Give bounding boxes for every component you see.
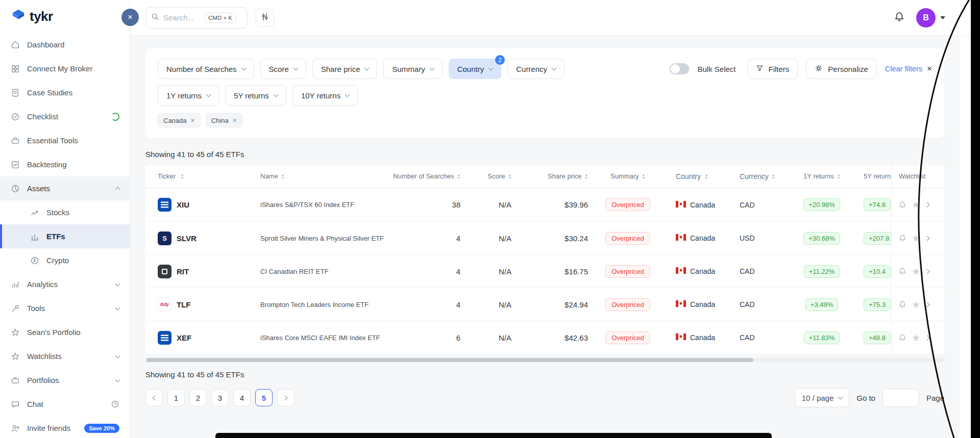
column-header-share-price[interactable]: Share price▲▼: [516, 165, 592, 188]
row-expand-chevron-icon[interactable]: [925, 335, 930, 340]
goto-page-input[interactable]: [883, 389, 919, 407]
sidebar-item-assets[interactable]: Assets: [0, 176, 130, 200]
avatar[interactable]: B: [916, 8, 936, 28]
filter-number-of-searches[interactable]: Number of Searches: [158, 59, 254, 79]
active-filter-tag-china[interactable]: China×: [206, 113, 242, 127]
filter-1y-returns[interactable]: 1Y returns: [158, 85, 219, 106]
row-expand-chevron-icon[interactable]: [925, 302, 930, 307]
sidebar-item-stocks[interactable]: Stocks: [0, 200, 130, 224]
row-expand-chevron-icon[interactable]: [925, 236, 930, 241]
table-row[interactable]: BdyTLF Brompton Tech Leaders Income ETF …: [145, 288, 944, 321]
scrollbar-thumb[interactable]: [146, 358, 753, 362]
column-header-1y-returns[interactable]: 1Y returns▲▼: [786, 165, 857, 188]
alert-bell-icon[interactable]: [898, 201, 906, 209]
bulk-select-label: Bulk Select: [697, 65, 736, 73]
brand-logo[interactable]: tykr: [0, 0, 130, 33]
page-3-button[interactable]: 3: [211, 389, 229, 406]
sidebar-item-dashboard[interactable]: Dashboard: [0, 33, 130, 57]
alert-bell-icon[interactable]: [898, 333, 906, 342]
filters-button[interactable]: Filters: [747, 59, 798, 79]
page-5-button[interactable]: 5: [255, 389, 273, 406]
user-menu[interactable]: B: [916, 8, 945, 28]
watchlist-star-icon[interactable]: ★: [912, 200, 920, 210]
watchlist-star-icon[interactable]: ★: [912, 333, 920, 343]
sidebar-item-portfolios[interactable]: Portfolios: [0, 368, 130, 392]
filter-10y-returns[interactable]: 10Y returns: [292, 85, 358, 106]
sort-icon[interactable]: ▲▼: [181, 173, 184, 179]
column-header-number-of-searches[interactable]: Number of Searches▲▼: [388, 165, 464, 188]
sidebar-item-watchlists[interactable]: Watchlists: [0, 344, 130, 368]
notifications-button[interactable]: [894, 11, 905, 24]
filter-country[interactable]: Country2: [449, 59, 502, 79]
score-value: N/A: [464, 255, 516, 288]
sidebar-item-tools[interactable]: Tools: [0, 296, 130, 320]
1y-return-badge: +11.83%: [804, 331, 840, 344]
active-filter-tag-canada[interactable]: Canada×: [158, 113, 201, 127]
table-row[interactable]: XEF iShares Core MSCI EAFE IMI Index ETF…: [145, 321, 944, 354]
sort-icon[interactable]: ▲▼: [508, 173, 511, 179]
sidebar-item-crypto[interactable]: Crypto: [0, 248, 130, 272]
sort-icon[interactable]: ▲▼: [837, 173, 840, 179]
bulk-select-toggle[interactable]: [670, 63, 689, 74]
sort-icon[interactable]: ▲▼: [281, 173, 284, 179]
sort-icon[interactable]: ▲▼: [457, 173, 460, 179]
filter-summary[interactable]: Summary: [383, 59, 442, 79]
watchlist-star-icon[interactable]: ★: [912, 267, 920, 276]
watchlist-star-icon[interactable]: ★: [912, 234, 920, 243]
horizontal-scrollbar[interactable]: [145, 358, 944, 362]
column-header-country[interactable]: Country▲▼: [664, 165, 727, 188]
page-1-button[interactable]: 1: [167, 389, 185, 406]
filter-5y-returns[interactable]: 5Y returns: [225, 85, 286, 106]
next-page-button[interactable]: [277, 389, 295, 406]
sidebar-item-label: Stocks: [46, 208, 69, 217]
collapse-sidebar-button[interactable]: ×: [121, 9, 139, 26]
sidebar-item-essential-tools[interactable]: Essential Tools: [0, 128, 130, 152]
sidebar-item-analytics[interactable]: Analytics: [0, 272, 130, 296]
page-size-select[interactable]: 10 / page: [795, 388, 850, 407]
table-row[interactable]: SSLVR Sprott Silver Miners & Physical Si…: [145, 221, 944, 254]
sort-icon[interactable]: ▲▼: [705, 173, 708, 179]
filter-label: Currency: [516, 65, 547, 73]
close-icon[interactable]: ×: [233, 116, 237, 124]
column-header-summary[interactable]: Summary▲▼: [592, 165, 664, 188]
search-input[interactable]: [163, 13, 200, 22]
sidebar-item-invite-friends[interactable]: Invite friends Save 20%: [0, 416, 130, 438]
alert-bell-icon[interactable]: [898, 234, 906, 242]
clear-filters-button[interactable]: Clear filters ×: [885, 64, 932, 74]
filter-currency[interactable]: Currency: [507, 59, 565, 79]
sidebar-item-chat[interactable]: Chat: [0, 392, 130, 416]
sidebar-item-seans-portfolio[interactable]: Sean's Portfolio: [0, 320, 130, 344]
filter-share-price[interactable]: Share price: [312, 59, 378, 79]
sidebar-item-case-studies[interactable]: Case Studies: [0, 81, 130, 105]
sort-icon[interactable]: ▲▼: [642, 173, 645, 179]
row-expand-chevron-icon[interactable]: [925, 202, 930, 208]
column-header-currency[interactable]: Currency▲▼: [727, 165, 786, 188]
personalize-button[interactable]: Personalize: [806, 59, 876, 79]
table-row[interactable]: XIU iShares S&P/TSX 60 Index ETF 38 N/A …: [145, 188, 944, 221]
sidebar-item-connect-my-broker[interactable]: Connect My Broker: [0, 57, 130, 81]
alert-bell-icon[interactable]: [898, 267, 906, 275]
close-icon[interactable]: ×: [191, 116, 195, 124]
topbar: × CMD + K B: [130, 0, 971, 36]
filter-score[interactable]: Score: [260, 59, 306, 79]
watchlist-star-icon[interactable]: ★: [912, 300, 920, 310]
sort-icon[interactable]: ▲▼: [585, 173, 588, 179]
country-value: Canada: [690, 201, 715, 209]
column-settings-button[interactable]: [256, 9, 274, 27]
global-search[interactable]: CMD + K: [145, 7, 248, 29]
table-row[interactable]: RIT CI Canadian REIT ETF 4 N/A $16.75 Ov…: [145, 254, 944, 288]
page-4-button[interactable]: 4: [233, 389, 251, 406]
column-header-ticker[interactable]: Ticker▲▼: [145, 165, 240, 188]
column-header-score[interactable]: Score▲▼: [464, 165, 516, 188]
alert-bell-icon[interactable]: [898, 300, 906, 308]
sort-icon[interactable]: ▲▼: [772, 173, 775, 179]
row-expand-chevron-icon[interactable]: [925, 269, 930, 274]
sidebar-item-checklist[interactable]: Checklist: [0, 105, 130, 128]
column-header-name[interactable]: Name▲▼: [240, 165, 388, 188]
previous-page-button[interactable]: [145, 389, 163, 406]
sidebar-item-etfs[interactable]: ETFs: [0, 224, 130, 248]
page-2-button[interactable]: 2: [189, 389, 207, 406]
sidebar-item-backtesting[interactable]: Backtesting: [0, 152, 130, 176]
sidebar-item-label: Connect My Broker: [27, 64, 92, 73]
searches-value: 4: [388, 255, 464, 288]
